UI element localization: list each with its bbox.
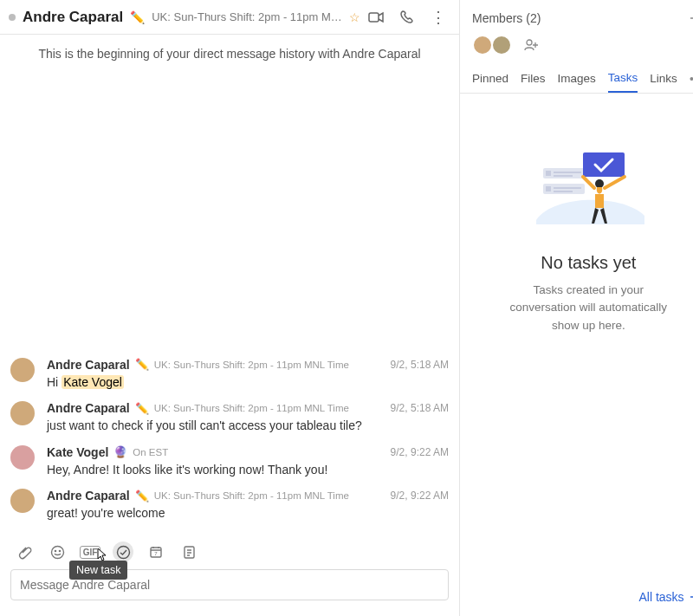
sender-status: UK: Sun-Thurs Shift: 2pm - 11pm MNL Time bbox=[154, 490, 379, 501]
video-call-icon[interactable] bbox=[367, 9, 385, 26]
attach-icon[interactable] bbox=[14, 541, 35, 562]
sender-name[interactable]: Andre Caparal bbox=[47, 401, 130, 415]
sender-status: UK: Sun-Thurs Shift: 2pm - 11pm MNL Time bbox=[154, 360, 379, 370]
svg-rect-15 bbox=[554, 187, 581, 189]
status-emoji-icon: ✏️ bbox=[130, 10, 145, 24]
members-header[interactable]: Members (2) bbox=[472, 11, 541, 25]
tabs-more-icon[interactable]: ••• bbox=[690, 72, 693, 86]
sender-name[interactable]: Kate Vogel bbox=[47, 445, 108, 459]
svg-rect-16 bbox=[554, 191, 573, 192]
presence-dot bbox=[9, 14, 16, 21]
members-avatars bbox=[460, 33, 693, 64]
message-row[interactable]: Kate Vogel 🔮 On EST 9/2, 9:22 AM Hey, An… bbox=[10, 440, 449, 484]
member-avatar[interactable] bbox=[491, 35, 512, 55]
svg-rect-19 bbox=[595, 194, 604, 208]
svg-rect-14 bbox=[546, 186, 551, 191]
svg-rect-10 bbox=[546, 171, 551, 176]
empty-title: No tasks yet bbox=[541, 253, 636, 273]
sender-status: UK: Sun-Thurs Shift: 2pm - 11pm MNL Time bbox=[154, 403, 379, 413]
tab-tasks[interactable]: Tasks bbox=[608, 64, 638, 93]
message-list: Andre Caparal ✏️ UK: Sun-Thurs Shift: 2p… bbox=[0, 73, 459, 536]
tasks-empty-state: No tasks yet Tasks created in your conve… bbox=[460, 94, 693, 616]
all-tasks-link[interactable]: All tasks bbox=[638, 590, 693, 604]
avatar[interactable] bbox=[10, 489, 35, 513]
svg-point-2 bbox=[55, 550, 55, 551]
user-mention[interactable]: Kate Vogel bbox=[62, 375, 124, 389]
svg-point-4 bbox=[117, 546, 129, 558]
conversation-header: Andre Caparal ✏️ UK: Sun-Thurs Shift: 2p… bbox=[0, 0, 459, 35]
new-task-icon[interactable] bbox=[113, 541, 133, 562]
avatar[interactable] bbox=[10, 401, 35, 425]
add-member-icon[interactable] bbox=[522, 36, 541, 55]
message-row[interactable]: Andre Caparal ✏️ UK: Sun-Thurs Shift: 2p… bbox=[10, 353, 449, 397]
main-conversation-pane: Andre Caparal ✏️ UK: Sun-Thurs Shift: 2p… bbox=[0, 0, 460, 616]
message-time: 9/2, 5:18 AM bbox=[384, 359, 449, 371]
message-body: just want to check if you still can't ac… bbox=[47, 418, 449, 435]
avatar[interactable] bbox=[10, 445, 35, 470]
message-body: Hi Kate Vogel bbox=[47, 374, 449, 392]
svg-point-18 bbox=[595, 179, 604, 188]
history-begin-banner: This is the beginning of your direct mes… bbox=[0, 35, 459, 73]
avatar[interactable] bbox=[10, 358, 35, 382]
message-time: 9/2, 9:22 AM bbox=[384, 490, 449, 502]
sender-badge-icon: ✏️ bbox=[135, 358, 149, 371]
message-time: 9/2, 9:22 AM bbox=[384, 446, 449, 458]
tab-pinned[interactable]: Pinned bbox=[472, 65, 508, 92]
tasks-illustration-icon bbox=[528, 133, 649, 237]
favorite-star-icon[interactable]: ☆ bbox=[349, 10, 360, 24]
more-menu-icon[interactable]: ⋮ bbox=[430, 9, 447, 26]
message-row[interactable]: Andre Caparal ✏️ UK: Sun-Thurs Shift: 2p… bbox=[10, 396, 449, 440]
svg-rect-12 bbox=[554, 175, 573, 177]
sender-name[interactable]: Andre Caparal bbox=[47, 358, 130, 372]
svg-point-1 bbox=[51, 546, 63, 558]
svg-point-3 bbox=[59, 550, 60, 551]
empty-body: Tasks created in your conversation will … bbox=[506, 282, 670, 334]
member-avatar[interactable] bbox=[472, 35, 493, 55]
phone-call-icon[interactable] bbox=[398, 9, 416, 26]
sender-status: On EST bbox=[133, 447, 378, 457]
text: Hi bbox=[47, 375, 62, 389]
message-time: 9/2, 5:18 AM bbox=[384, 402, 449, 414]
message-composer: GIF 7 New task bbox=[0, 536, 459, 616]
svg-rect-0 bbox=[369, 13, 379, 22]
sender-badge-icon: 🔮 bbox=[113, 445, 127, 458]
svg-point-8 bbox=[527, 40, 532, 45]
svg-rect-17 bbox=[583, 152, 625, 177]
side-panel: Members (2) Pinned Files Images Tasks Li… bbox=[460, 0, 693, 616]
composer-toolbar: GIF 7 New task bbox=[10, 536, 449, 569]
sender-badge-icon: ✏️ bbox=[135, 490, 149, 503]
side-tabs: Pinned Files Images Tasks Links ••• bbox=[460, 64, 693, 94]
message-body: Hey, Andre! It looks like it's working n… bbox=[47, 462, 449, 479]
message-body: great! you're welcome bbox=[47, 505, 449, 522]
all-tasks-label: All tasks bbox=[638, 590, 683, 604]
message-row[interactable]: Andre Caparal ✏️ UK: Sun-Thurs Shift: 2p… bbox=[10, 483, 449, 528]
svg-text:7: 7 bbox=[154, 551, 158, 556]
note-icon[interactable] bbox=[178, 541, 199, 562]
tab-images[interactable]: Images bbox=[558, 65, 596, 92]
sender-name[interactable]: Andre Caparal bbox=[47, 489, 130, 503]
arrow-right-icon bbox=[690, 592, 693, 602]
conversation-title[interactable]: Andre Caparal bbox=[23, 9, 123, 26]
tab-links[interactable]: Links bbox=[650, 65, 677, 92]
tooltip: New task bbox=[69, 561, 127, 580]
emoji-icon[interactable] bbox=[47, 541, 68, 562]
tab-files[interactable]: Files bbox=[521, 65, 546, 92]
collapse-panel-icon[interactable] bbox=[688, 10, 693, 27]
svg-rect-11 bbox=[554, 172, 581, 173]
gif-icon[interactable]: GIF bbox=[80, 541, 100, 562]
status-text: UK: Sun-Thurs Shift: 2pm - 11pm MNL Time bbox=[152, 10, 342, 23]
event-icon[interactable]: 7 bbox=[146, 541, 166, 562]
sender-badge-icon: ✏️ bbox=[135, 402, 149, 415]
